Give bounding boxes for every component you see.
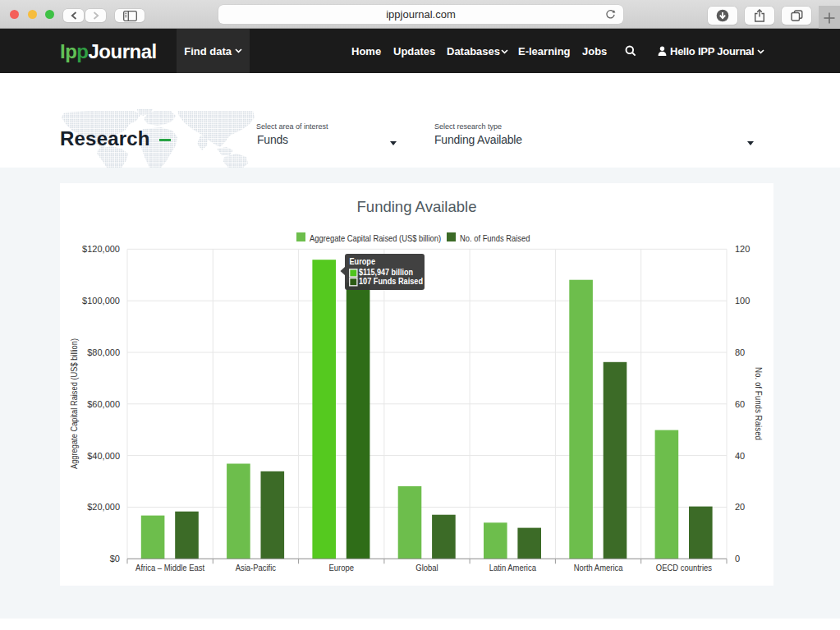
svg-text:Aggregate Capital Raised (US$: Aggregate Capital Raised (US$ billion) xyxy=(69,338,79,469)
svg-text:$40,000: $40,000 xyxy=(87,451,120,461)
svg-text:20: 20 xyxy=(735,502,745,512)
svg-text:No. of Funds Raised: No. of Funds Raised xyxy=(754,367,764,440)
svg-text:$100,000: $100,000 xyxy=(82,296,120,306)
svg-text:No. of Funds Raised: No. of Funds Raised xyxy=(460,233,530,243)
svg-text:$80,000: $80,000 xyxy=(87,347,120,357)
svg-text:Latin America: Latin America xyxy=(489,563,537,573)
svg-text:40: 40 xyxy=(735,451,745,461)
svg-text:OECD countries: OECD countries xyxy=(656,563,713,573)
svg-text:120: 120 xyxy=(735,244,750,254)
svg-text:Europe: Europe xyxy=(328,563,354,573)
svg-text:80: 80 xyxy=(735,347,745,357)
svg-text:$60,000: $60,000 xyxy=(87,399,120,409)
svg-text:Africa – Middle East: Africa – Middle East xyxy=(135,563,204,573)
svg-text:Asia-Pacific: Asia-Pacific xyxy=(236,563,277,573)
svg-text:107 Funds Raised: 107 Funds Raised xyxy=(359,276,423,286)
svg-text:Global: Global xyxy=(415,563,438,573)
svg-text:$0: $0 xyxy=(110,554,120,563)
svg-text:0: 0 xyxy=(735,554,740,563)
svg-text:60: 60 xyxy=(735,399,745,409)
svg-text:$120,000: $120,000 xyxy=(82,244,120,254)
svg-text:Europe: Europe xyxy=(350,256,376,266)
svg-text:North America: North America xyxy=(574,563,624,573)
svg-text:$20,000: $20,000 xyxy=(87,502,120,512)
svg-text:100: 100 xyxy=(735,296,750,306)
svg-text:Aggregate Capital Raised (US$: Aggregate Capital Raised (US$ billion) xyxy=(310,233,441,243)
svg-text:Funding Available: Funding Available xyxy=(357,198,477,215)
